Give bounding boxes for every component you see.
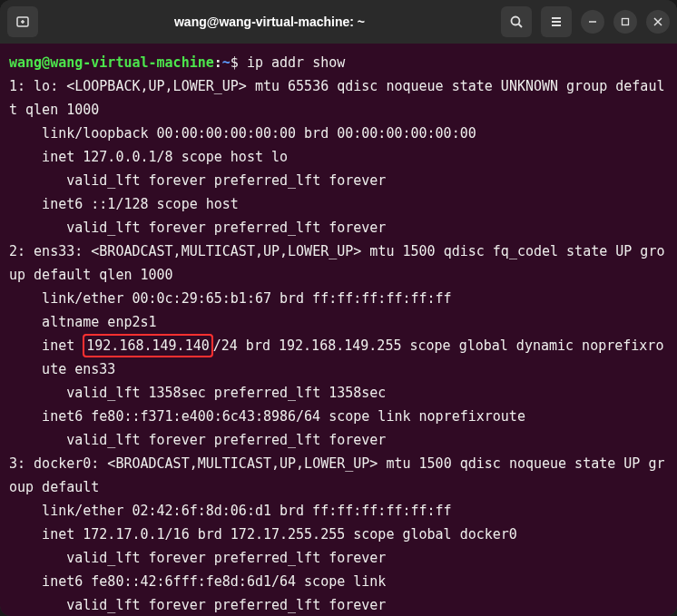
terminal-line: wang@wang-virtual-machine:~$ ip addr sho… (9, 51, 668, 74)
close-icon (653, 17, 662, 26)
terminal-line: valid_lft forever preferred_lft forever (9, 169, 668, 192)
minimize-button[interactable] (581, 10, 604, 34)
terminal-body[interactable]: wang@wang-virtual-machine:~$ ip addr sho… (0, 44, 677, 616)
window-title: wang@wang-virtual-machine: ~ (45, 15, 494, 29)
titlebar: wang@wang-virtual-machine: ~ (0, 0, 677, 44)
terminal-line: valid_lft forever preferred_lft forever (9, 216, 668, 240)
titlebar-left-controls (7, 6, 38, 37)
prompt-symbol: $ (231, 54, 247, 71)
titlebar-right-controls (501, 6, 670, 37)
menu-button[interactable] (541, 6, 572, 37)
terminal-line: inet6 ::1/128 scope host (9, 192, 668, 216)
terminal-line: link/loopback 00:00:00:00:00:00 brd 00:0… (9, 122, 668, 145)
terminal-line: inet 192.168.149.140/24 brd 192.168.149.… (9, 334, 668, 381)
svg-point-1 (512, 17, 520, 25)
terminal-line: 2: ens33: <BROADCAST,MULTICAST,UP,LOWER_… (9, 240, 668, 287)
hamburger-icon (549, 15, 564, 29)
terminal-line: valid_lft forever preferred_lft forever (9, 428, 668, 452)
new-tab-icon (15, 15, 30, 29)
terminal-line: inet 172.17.0.1/16 brd 172.17.255.255 sc… (9, 523, 668, 546)
search-icon (509, 15, 524, 29)
terminal-line: inet 127.0.0.1/8 scope host lo (9, 145, 668, 169)
terminal-line: valid_lft 1358sec preferred_lft 1358sec (9, 381, 668, 405)
terminal-line: inet6 fe80::42:6fff:fe8d:6d1/64 scope li… (9, 570, 668, 593)
terminal-line: inet6 fe80::f371:e400:6c43:8986/64 scope… (9, 405, 668, 428)
terminal-window: wang@wang-virtual-machine: ~ wang@wang-v… (0, 0, 677, 616)
terminal-line: altname enp2s1 (9, 310, 668, 334)
terminal-line: valid_lft forever preferred_lft forever (9, 593, 668, 616)
minimize-icon (588, 17, 597, 26)
prompt-separator: : (214, 54, 222, 71)
terminal-line: valid_lft forever preferred_lft forever (9, 546, 668, 570)
new-tab-button[interactable] (7, 6, 38, 37)
close-button[interactable] (646, 10, 670, 34)
terminal-line: link/ether 02:42:6f:8d:06:d1 brd ff:ff:f… (9, 499, 668, 523)
terminal-line: link/ether 00:0c:29:65:b1:67 brd ff:ff:f… (9, 287, 668, 310)
highlighted-ip: 192.168.149.140 (83, 334, 212, 357)
command-text: ip addr show (247, 54, 345, 71)
maximize-icon (621, 17, 630, 26)
terminal-line: 3: docker0: <BROADCAST,MULTICAST,UP,LOWE… (9, 452, 668, 499)
svg-rect-2 (623, 19, 629, 25)
search-button[interactable] (501, 6, 532, 37)
prompt-path: ~ (222, 54, 231, 71)
maximize-button[interactable] (613, 10, 637, 34)
prompt-user: wang@wang-virtual-machine (9, 54, 214, 71)
terminal-line: 1: lo: <LOOPBACK,UP,LOWER_UP> mtu 65536 … (9, 74, 668, 122)
